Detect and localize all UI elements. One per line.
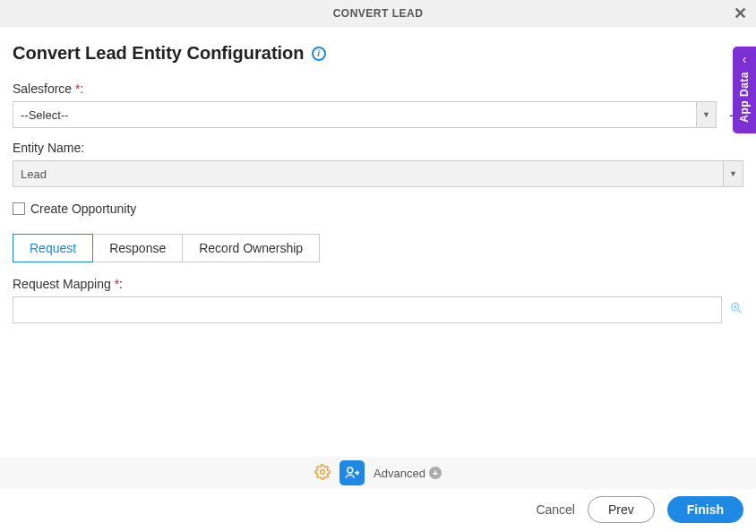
user-back-button[interactable] <box>339 460 365 485</box>
close-icon[interactable]: ✕ <box>734 5 748 21</box>
plus-circle-icon: + <box>429 467 442 479</box>
entity-name-label: Entity Name: <box>13 141 743 155</box>
svg-point-4 <box>321 469 325 474</box>
zoom-icon[interactable] <box>729 301 743 319</box>
create-opportunity-checkbox[interactable] <box>13 202 25 215</box>
entity-name-field: Entity Name: Lead ▼ <box>13 141 743 187</box>
svg-point-5 <box>348 468 353 473</box>
gear-icon[interactable] <box>314 464 331 483</box>
app-data-label: App Data <box>738 72 751 123</box>
advanced-toggle[interactable]: Advanced + <box>374 467 442 480</box>
create-opportunity-row: Create Opportunity <box>13 202 743 216</box>
salesforce-select-value: --Select-- <box>13 108 696 122</box>
chevron-down-icon: ▼ <box>723 161 743 186</box>
finish-button[interactable]: Finish <box>667 496 743 523</box>
footer-toolbar: Advanced + <box>0 457 756 489</box>
app-data-panel-toggle[interactable]: ‹ App Data <box>733 47 756 133</box>
entity-name-select[interactable]: Lead ▼ <box>13 160 743 187</box>
request-mapping-label: Request Mapping *: <box>13 277 743 291</box>
cancel-button[interactable]: Cancel <box>536 502 575 517</box>
page-title-text: Convert Lead Entity Configuration <box>13 43 305 64</box>
prev-button[interactable]: Prev <box>588 496 655 523</box>
chevron-left-icon: ‹ <box>743 52 747 66</box>
tab-request[interactable]: Request <box>13 234 93 262</box>
tab-record-ownership[interactable]: Record Ownership <box>182 234 320 262</box>
tab-response[interactable]: Response <box>92 234 183 262</box>
chevron-down-icon: ▼ <box>696 102 716 127</box>
request-mapping-field: Request Mapping *: <box>13 277 743 323</box>
dialog-title: CONVERT LEAD <box>333 7 424 20</box>
salesforce-label: Salesforce *: <box>13 82 743 96</box>
request-mapping-input[interactable] <box>13 296 722 323</box>
tabs: Request Response Record Ownership <box>13 234 743 262</box>
entity-name-select-value: Lead <box>13 167 723 181</box>
dialog-header: CONVERT LEAD ✕ <box>0 0 756 27</box>
info-icon[interactable]: i <box>312 47 326 61</box>
salesforce-select[interactable]: --Select-- ▼ <box>13 101 717 128</box>
page-title: Convert Lead Entity Configuration i <box>13 43 743 64</box>
create-opportunity-label: Create Opportunity <box>30 202 136 216</box>
bottom-buttons: Cancel Prev Finish <box>536 496 743 523</box>
advanced-label-text: Advanced <box>374 467 425 480</box>
salesforce-field: Salesforce *: --Select-- ▼ ＋ <box>13 82 743 128</box>
svg-line-1 <box>738 310 741 313</box>
